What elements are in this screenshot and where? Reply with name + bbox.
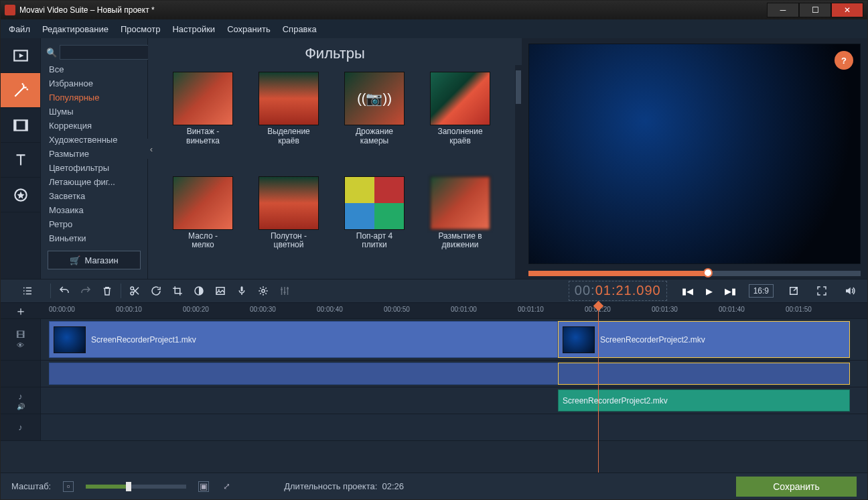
store-button[interactable]: 🛒 Магазин <box>48 251 141 269</box>
filter-item[interactable]: Выделение краёв <box>255 72 322 168</box>
add-track-button[interactable]: ＋ <box>1 303 41 319</box>
category-item[interactable]: Цветофильтры <box>41 161 147 175</box>
menu-view[interactable]: Просмотр <box>121 24 160 34</box>
close-button[interactable]: ✕ <box>831 3 863 17</box>
tracklist-button[interactable] <box>7 282 48 300</box>
zoom-slider[interactable] <box>86 485 186 489</box>
svg-point-15 <box>284 292 286 294</box>
category-item[interactable]: Засветка <box>41 189 147 203</box>
time-ruler[interactable]: ＋ 00:00:00 00:00:10 00:00:20 00:00:30 00… <box>1 303 867 319</box>
undo-button[interactable] <box>54 282 75 300</box>
category-item[interactable]: Размытие <box>41 147 147 161</box>
zoom-in-icon[interactable]: ▣ <box>198 481 209 492</box>
crop-button[interactable] <box>167 282 188 300</box>
svg-point-13 <box>262 290 265 293</box>
detach-preview-button[interactable] <box>783 282 804 300</box>
category-item[interactable]: Все <box>41 62 147 76</box>
filter-item[interactable]: Винтаж - виньетка <box>169 72 236 168</box>
video-clip-1[interactable]: ScreenRecorderProject1.mkv <box>49 321 558 358</box>
audio-track-body[interactable]: ScreenRecorderProject2.mkv <box>41 387 867 414</box>
eye-icon[interactable]: 👁 <box>17 341 24 349</box>
menu-edit[interactable]: Редактирование <box>42 24 108 34</box>
progress-knob[interactable] <box>703 268 713 277</box>
collapse-categories-icon[interactable]: ‹ <box>147 139 156 159</box>
video-preview[interactable]: ? <box>528 44 861 264</box>
minimize-button[interactable]: ─ <box>767 3 799 17</box>
prev-button[interactable]: ▮◀ <box>680 284 695 298</box>
linked-audio-track-head[interactable] <box>1 361 41 387</box>
speaker-icon <box>844 285 856 297</box>
filter-item[interactable]: Заполнение краёв <box>427 72 494 168</box>
filter-label: Полутон - цветной <box>271 232 307 251</box>
camera-icon: ((📷)) <box>345 72 404 125</box>
filter-item[interactable]: Размытие в движении <box>427 176 494 273</box>
split-button[interactable] <box>124 282 145 300</box>
zoom-out-icon[interactable]: ▫ <box>63 481 74 492</box>
filters-scrollbar[interactable] <box>515 65 522 279</box>
category-item[interactable]: Коррекция <box>41 119 147 133</box>
category-item[interactable]: Летающие фиг... <box>41 175 147 189</box>
category-item[interactable]: Ретро <box>41 217 147 231</box>
rotate-button[interactable] <box>145 282 167 300</box>
fit-timeline-icon[interactable]: ⤢ <box>221 481 232 492</box>
play-button[interactable]: ▶ <box>702 284 717 298</box>
zoom-knob[interactable] <box>126 482 131 491</box>
filter-item[interactable]: Поп-арт 4 плитки <box>341 176 408 273</box>
duration-label: Длительность проекта: 02:26 <box>284 481 404 491</box>
music-track-head[interactable]: ♪ <box>1 414 41 440</box>
preview-progress[interactable] <box>528 271 861 276</box>
aspect-ratio-button[interactable]: 16:9 <box>749 284 774 298</box>
linked-audio-clip-2[interactable] <box>558 363 850 385</box>
ruler-tick: 00:01:30 <box>652 306 678 313</box>
help-button[interactable]: ? <box>835 51 853 70</box>
timecode-display[interactable]: 00:01:21.090 <box>569 281 667 301</box>
category-item[interactable]: Мозаика <box>41 203 147 217</box>
timecode-gray: 00: <box>575 283 595 298</box>
video-clip-2[interactable]: ScreenRecorderProject2.mkv <box>558 321 850 358</box>
filter-label: Заполнение краёв <box>437 127 482 146</box>
filter-item[interactable]: Масло - мелко <box>169 176 236 273</box>
picture-button[interactable] <box>210 282 231 300</box>
filter-label: Масло - мелко <box>188 232 218 251</box>
fullscreen-button[interactable] <box>811 282 833 300</box>
tab-titles[interactable] <box>1 143 40 178</box>
tab-media[interactable] <box>1 38 40 73</box>
music-track-body[interactable] <box>41 414 867 440</box>
category-item[interactable]: Избранное <box>41 76 147 90</box>
tab-filters[interactable] <box>1 73 40 108</box>
speaker-small-icon[interactable]: 🔊 <box>17 403 25 410</box>
video-track-body[interactable]: ScreenRecorderProject1.mkv ScreenRecorde… <box>41 319 867 360</box>
equalizer-button[interactable] <box>274 282 295 300</box>
menu-settings[interactable]: Настройки <box>172 24 215 34</box>
menu-file[interactable]: Файл <box>9 24 30 34</box>
linked-audio-track-body[interactable] <box>41 361 867 387</box>
linked-audio-clip-1[interactable] <box>49 363 558 385</box>
category-item[interactable]: Виньетки <box>41 231 147 245</box>
duration-value: 02:26 <box>382 481 405 491</box>
audio-track-head[interactable]: ♪ 🔊 <box>1 387 41 414</box>
svg-marker-6 <box>17 191 24 198</box>
filter-thumb <box>173 176 233 230</box>
filter-thumb <box>173 72 233 125</box>
redo-button[interactable] <box>75 282 96 300</box>
menu-save[interactable]: Сохранить <box>227 24 271 34</box>
clip-properties-button[interactable] <box>252 282 274 300</box>
next-button[interactable]: ▶▮ <box>723 284 738 298</box>
filter-item[interactable]: Полутон - цветной <box>255 176 322 273</box>
filter-item[interactable]: ((📷))Дрожание камеры <box>341 72 408 168</box>
video-track-head[interactable]: 🎞 👁 <box>1 319 41 360</box>
playhead[interactable] <box>598 303 599 473</box>
category-item[interactable]: Шумы <box>41 105 147 119</box>
maximize-button[interactable]: ☐ <box>799 3 831 17</box>
tab-stickers[interactable] <box>1 178 40 212</box>
record-audio-button[interactable] <box>231 282 252 300</box>
menu-help[interactable]: Справка <box>283 24 317 34</box>
audio-clip[interactable]: ScreenRecorderProject2.mkv <box>558 389 850 412</box>
delete-button[interactable] <box>96 282 118 300</box>
color-button[interactable] <box>188 282 210 300</box>
category-item[interactable]: Художественные <box>41 133 147 147</box>
volume-button[interactable] <box>839 282 861 300</box>
tab-transitions[interactable] <box>1 108 40 143</box>
category-item-active[interactable]: Популярные <box>41 90 147 105</box>
save-button[interactable]: Сохранить <box>736 477 857 497</box>
